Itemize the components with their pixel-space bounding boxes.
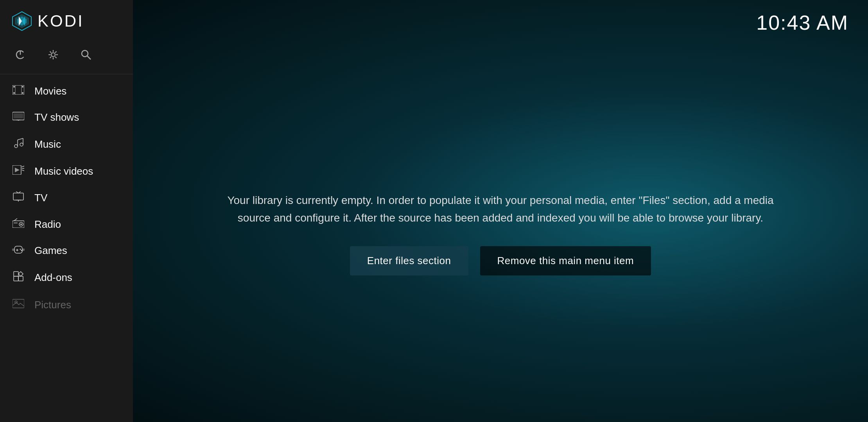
svg-point-20 — [22, 86, 23, 88]
svg-rect-60 — [13, 299, 24, 308]
svg-line-13 — [55, 57, 57, 58]
svg-rect-48 — [14, 222, 18, 224]
svg-point-19 — [13, 86, 15, 88]
app-header: KODI — [0, 0, 133, 42]
svg-point-16 — [82, 50, 88, 57]
sidebar-item-addons-label: Add-ons — [34, 272, 72, 284]
addons-icon — [12, 271, 25, 284]
sidebar-item-tvshows-label: TV shows — [34, 111, 79, 123]
svg-line-38 — [22, 170, 24, 171]
svg-rect-24 — [21, 85, 22, 95]
app-title: KODI — [38, 12, 84, 30]
empty-library-message: Your library is currently empty. In orde… — [227, 192, 774, 227]
sidebar-item-games-label: Games — [34, 245, 67, 257]
svg-line-33 — [18, 138, 23, 140]
svg-point-21 — [13, 92, 15, 94]
svg-rect-23 — [15, 85, 16, 95]
tvshows-icon — [12, 111, 25, 123]
svg-rect-57 — [18, 276, 23, 281]
svg-point-7 — [51, 53, 55, 57]
sidebar-menu: Movies TV shows Music Music videos TV — [0, 78, 133, 422]
radio-icon — [12, 218, 25, 231]
main-body: Your library is currently empty. In orde… — [133, 45, 868, 422]
sidebar-item-radio-label: Radio — [34, 218, 61, 231]
sidebar-item-tv[interactable]: TV — [0, 184, 133, 211]
svg-line-36 — [22, 166, 24, 167]
sidebar-item-tvshows[interactable]: TV shows — [0, 104, 133, 131]
svg-marker-35 — [15, 168, 20, 172]
sidebar-item-movies[interactable]: Movies — [0, 78, 133, 104]
sidebar-item-musicvideos[interactable]: Music videos — [0, 158, 133, 184]
sidebar-top-icons — [0, 42, 133, 74]
svg-rect-39 — [13, 193, 23, 200]
svg-rect-58 — [14, 272, 18, 276]
sidebar-item-music[interactable]: Music — [0, 131, 133, 158]
tv-icon — [12, 191, 25, 204]
power-button[interactable] — [12, 46, 29, 66]
pictures-icon — [12, 299, 25, 311]
gear-icon — [48, 49, 59, 60]
musicvideos-icon — [12, 165, 25, 177]
search-icon — [81, 49, 91, 60]
svg-line-45 — [14, 218, 17, 221]
sidebar-item-radio[interactable]: Radio — [0, 211, 133, 238]
sidebar-item-pictures[interactable]: Pictures — [0, 291, 133, 318]
power-icon — [15, 49, 26, 60]
clock-display: 10:43 AM — [756, 11, 848, 34]
svg-marker-59 — [18, 272, 23, 276]
sidebar: KODI — [0, 0, 133, 422]
sidebar-divider — [0, 74, 133, 74]
sidebar-item-musicvideos-label: Music videos — [34, 165, 93, 177]
enter-files-button[interactable]: Enter files section — [350, 246, 468, 275]
sidebar-item-movies-label: Movies — [34, 85, 66, 97]
svg-point-30 — [20, 143, 23, 146]
action-buttons: Enter files section Remove this main men… — [350, 246, 651, 275]
svg-rect-28 — [14, 113, 23, 118]
svg-rect-55 — [22, 249, 25, 251]
remove-menu-item-button[interactable]: Remove this main menu item — [480, 246, 651, 275]
svg-point-22 — [22, 92, 23, 94]
svg-rect-49 — [14, 246, 22, 253]
sidebar-item-games[interactable]: Games — [0, 238, 133, 264]
sidebar-item-tv-label: TV — [34, 192, 47, 204]
svg-line-12 — [50, 52, 52, 53]
svg-rect-44 — [13, 221, 24, 228]
svg-point-29 — [14, 145, 18, 148]
games-icon — [12, 245, 25, 257]
sidebar-item-addons[interactable]: Add-ons — [0, 264, 133, 291]
search-button[interactable] — [77, 46, 95, 66]
main-header: 10:43 AM — [133, 0, 868, 45]
movies-icon — [12, 85, 25, 97]
svg-point-47 — [20, 224, 22, 225]
svg-rect-56 — [14, 276, 18, 281]
music-icon — [12, 138, 25, 151]
sidebar-item-pictures-label: Pictures — [34, 299, 71, 311]
svg-line-17 — [87, 56, 91, 59]
settings-button[interactable] — [45, 46, 62, 66]
svg-rect-54 — [12, 249, 14, 251]
svg-line-15 — [50, 57, 52, 58]
main-content-area: 10:43 AM Your library is currently empty… — [133, 0, 868, 422]
sidebar-item-music-label: Music — [34, 138, 61, 150]
svg-point-53 — [21, 250, 22, 251]
svg-point-52 — [20, 249, 21, 250]
svg-line-14 — [55, 52, 57, 53]
kodi-logo-icon — [12, 11, 32, 31]
